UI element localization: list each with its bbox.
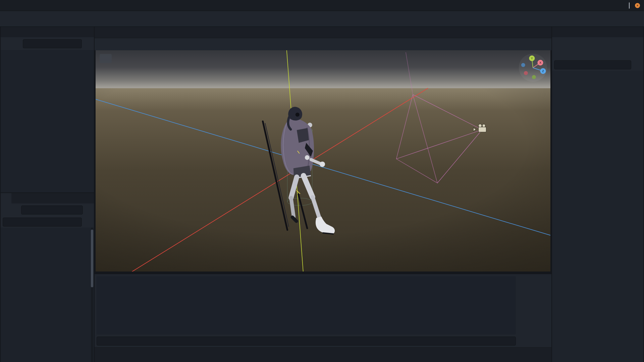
renderer-select[interactable] bbox=[629, 15, 642, 22]
history-back-button[interactable] bbox=[2, 205, 11, 214]
inspector-tabs bbox=[552, 27, 643, 37]
tab-filesystem[interactable] bbox=[1, 193, 11, 203]
output-panel bbox=[95, 274, 551, 347]
main-editor-area: Y X Z bbox=[95, 27, 551, 362]
file-filter-input[interactable] bbox=[5, 220, 72, 225]
property-filter bbox=[554, 60, 631, 69]
path-input[interactable] bbox=[21, 205, 83, 215]
search-icon bbox=[508, 339, 513, 343]
file-filter bbox=[3, 218, 82, 227]
scene-tabbar bbox=[95, 27, 551, 38]
svg-text:Y: Y bbox=[531, 57, 533, 60]
filesystem-menu-button[interactable] bbox=[84, 194, 93, 203]
load-resource-button[interactable] bbox=[564, 39, 572, 48]
property-filter-input[interactable] bbox=[557, 62, 622, 67]
link-icon bbox=[14, 41, 20, 47]
edit-forward-button[interactable] bbox=[623, 39, 632, 48]
filesystem-filterbar bbox=[1, 216, 94, 228]
sort-icon bbox=[85, 219, 91, 225]
search-icon bbox=[624, 62, 629, 67]
message-filter bbox=[97, 337, 516, 346]
workspace: Y X Z bbox=[0, 27, 644, 362]
scene-dock-tabs bbox=[1, 27, 94, 37]
axis-gizmo[interactable]: Y X Z bbox=[519, 54, 547, 82]
3d-viewport[interactable]: Y X Z bbox=[96, 50, 550, 272]
new-resource-icon bbox=[556, 41, 561, 47]
search-icon bbox=[74, 41, 79, 46]
svg-text:Z: Z bbox=[542, 70, 544, 73]
svg-text:X: X bbox=[539, 61, 541, 65]
perspective-menu[interactable] bbox=[100, 54, 112, 63]
new-resource-button[interactable] bbox=[554, 39, 563, 48]
chevron-right-icon bbox=[14, 207, 18, 212]
open-docs-button[interactable] bbox=[632, 50, 641, 59]
maximize-button[interactable] bbox=[629, 3, 630, 8]
object-doc-button[interactable] bbox=[633, 39, 641, 48]
message-filterbar bbox=[95, 335, 516, 347]
menubar bbox=[0, 11, 644, 27]
close-button[interactable]: × bbox=[635, 3, 640, 8]
chevron-down-icon bbox=[635, 17, 639, 21]
grip-dots-icon bbox=[102, 57, 106, 61]
add-node-button[interactable] bbox=[3, 39, 11, 48]
scene-dock-toolbar bbox=[1, 37, 94, 50]
scene-dock-menu-button[interactable] bbox=[83, 39, 92, 48]
chevron-left-icon bbox=[616, 41, 621, 46]
dots-icon bbox=[584, 41, 590, 47]
save-icon bbox=[575, 41, 580, 47]
plus-icon bbox=[4, 41, 10, 47]
chevron-left-icon bbox=[4, 207, 9, 212]
dots-icon bbox=[86, 195, 91, 201]
bottom-tabs-bar bbox=[95, 347, 551, 362]
filesystem-dock bbox=[1, 193, 94, 362]
maximize-icon bbox=[629, 2, 630, 9]
inspector-toolbar bbox=[552, 37, 643, 50]
chevron-right-icon bbox=[625, 41, 630, 46]
doc-icon bbox=[634, 52, 639, 57]
sliders-icon bbox=[634, 62, 640, 68]
doc-icon bbox=[634, 41, 640, 47]
3d-scene-render: Y X Z bbox=[96, 50, 550, 272]
history-forward-button[interactable] bbox=[12, 205, 20, 214]
search-icon bbox=[74, 220, 79, 224]
inspector-content bbox=[552, 71, 643, 362]
scene-filter-input[interactable] bbox=[25, 41, 72, 46]
inspector-dock bbox=[552, 27, 643, 362]
edit-back-button[interactable] bbox=[614, 39, 623, 48]
left-dock bbox=[1, 27, 94, 362]
folder-icon bbox=[565, 41, 571, 47]
filesystem-tree bbox=[1, 228, 94, 362]
window-controls: × bbox=[624, 0, 640, 11]
sort-files-button[interactable] bbox=[83, 218, 92, 226]
split-view-button[interactable] bbox=[84, 205, 92, 214]
viewport-sky bbox=[96, 50, 550, 88]
scene-filter bbox=[23, 39, 82, 48]
inspector-subrow bbox=[552, 50, 643, 59]
output-side-controls bbox=[516, 274, 551, 347]
inspector-filterrow bbox=[552, 59, 643, 71]
filesystem-dock-tabs bbox=[1, 193, 94, 203]
viewport-toolbar bbox=[95, 38, 551, 50]
output-log[interactable] bbox=[97, 276, 516, 335]
run-controls bbox=[626, 15, 642, 22]
resource-options-button[interactable] bbox=[582, 39, 591, 48]
split-view-icon bbox=[85, 207, 91, 213]
filesystem-pathbar bbox=[1, 203, 94, 216]
message-filter-input[interactable] bbox=[99, 339, 506, 344]
scene-dock bbox=[1, 27, 94, 192]
save-resource-button[interactable] bbox=[573, 39, 582, 48]
scrollbar-thumb[interactable] bbox=[91, 230, 93, 287]
titlebar: × bbox=[0, 0, 644, 11]
bottom-panel bbox=[95, 274, 551, 362]
instantiate-scene-button[interactable] bbox=[13, 39, 21, 48]
property-filter-options-button[interactable] bbox=[633, 60, 641, 69]
dots-icon bbox=[85, 41, 91, 47]
scene-tree bbox=[1, 50, 94, 192]
